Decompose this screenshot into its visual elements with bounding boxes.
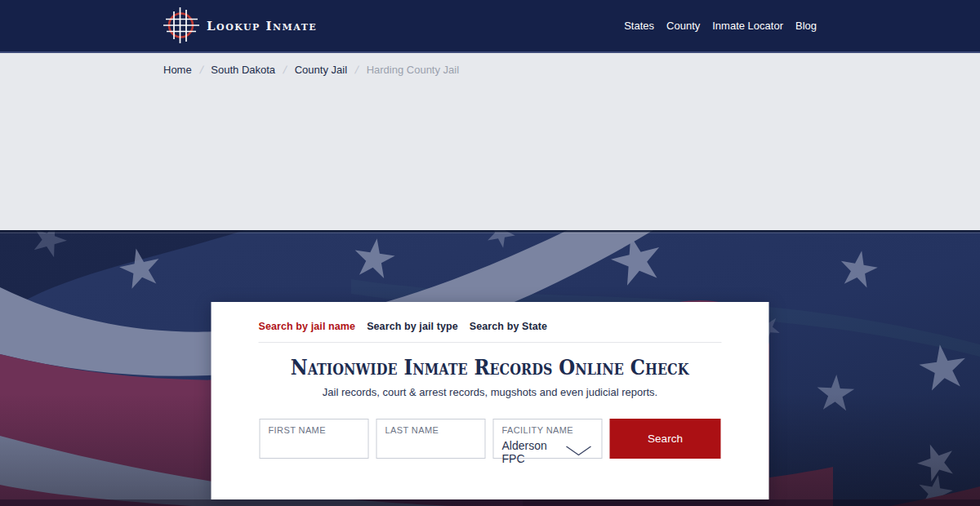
breadcrumb-separator: / xyxy=(354,64,359,76)
site-logo[interactable]: Lookup Inmate xyxy=(163,6,317,47)
card-subtitle: Jail records, court & arrest records, mu… xyxy=(259,386,722,398)
facility-selected-value: Alderson FPC xyxy=(502,439,566,465)
breadcrumb: Home / South Dakota / County Jail / Hard… xyxy=(163,53,817,76)
inmate-search-form: FIRST NAME LAST NAME FACILITY NAME Alder… xyxy=(259,419,722,459)
nav-item-states[interactable]: States xyxy=(624,20,654,32)
first-name-label: FIRST NAME xyxy=(269,426,360,435)
card-title: Nationwide Inmate Records Online Check xyxy=(259,356,722,380)
nav-item-county[interactable]: County xyxy=(666,20,700,32)
breadcrumb-home[interactable]: Home xyxy=(163,64,192,76)
nav-item-inmate-locator[interactable]: Inmate Locator xyxy=(712,20,783,32)
last-name-label: LAST NAME xyxy=(385,426,477,435)
last-name-input[interactable] xyxy=(385,438,477,453)
search-tabs: Search by jail name Search by jail type … xyxy=(259,321,722,343)
breadcrumb-section: Home / South Dakota / County Jail / Hard… xyxy=(0,53,980,230)
chevron-down-icon xyxy=(566,445,592,459)
facility-name-label: FACILITY NAME xyxy=(502,426,594,435)
tab-search-by-jail-name[interactable]: Search by jail name xyxy=(259,321,356,332)
breadcrumb-south-dakota[interactable]: South Dakota xyxy=(211,64,275,76)
first-name-input[interactable] xyxy=(269,438,360,453)
site-header: Lookup Inmate States County Inmate Locat… xyxy=(0,0,980,53)
logo-wordmark: Lookup Inmate xyxy=(207,19,317,33)
hero-section: Search by jail name Search by jail type … xyxy=(0,230,980,506)
tab-search-by-jail-type[interactable]: Search by jail type xyxy=(367,321,458,332)
breadcrumb-separator: / xyxy=(282,64,287,76)
grid-crosshair-logo-icon xyxy=(163,6,199,47)
main-nav: States County Inmate Locator Blog xyxy=(624,20,817,32)
search-button[interactable]: Search xyxy=(610,419,721,459)
breadcrumb-separator: / xyxy=(198,64,204,76)
breadcrumb-county-jail[interactable]: County Jail xyxy=(295,64,347,76)
first-name-field[interactable]: FIRST NAME xyxy=(260,419,369,459)
breadcrumb-current-page: Harding County Jail xyxy=(367,64,459,76)
search-card: Search by jail name Search by jail type … xyxy=(212,302,769,499)
tab-search-by-state[interactable]: Search by State xyxy=(470,321,547,332)
nav-item-blog[interactable]: Blog xyxy=(795,20,817,32)
last-name-field[interactable]: LAST NAME xyxy=(376,419,486,459)
facility-name-select[interactable]: FACILITY NAME Alderson FPC xyxy=(493,419,603,459)
